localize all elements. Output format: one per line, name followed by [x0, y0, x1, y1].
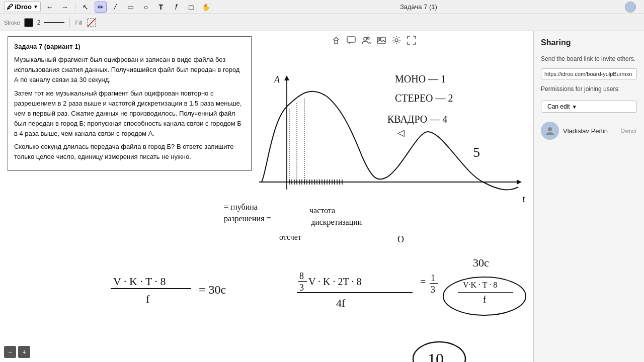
stroke-label: Stroke — [4, 20, 20, 26]
fill-label: Fill — [75, 20, 82, 26]
line-icon: ╱ — [114, 4, 117, 10]
rect-icon: ▭ — [127, 3, 134, 11]
svg-text:10: 10 — [428, 350, 444, 362]
zoom-out-button[interactable]: − — [4, 346, 16, 358]
app-logo[interactable]: 🖊 iDroo ▼ — [4, 2, 41, 12]
svg-point-72 — [548, 127, 552, 131]
svg-text:3: 3 — [299, 283, 304, 293]
svg-text:V · K · 2T · 8: V · K · 2T · 8 — [308, 276, 361, 287]
stroke-fill-toolbar: Stroke 2 Fill — [0, 14, 644, 31]
user-info: Vladislav Perlin — [563, 127, 608, 135]
zoom-in-button[interactable]: + — [18, 346, 30, 358]
formula-tool[interactable]: f — [170, 2, 182, 13]
sharing-description: Send the board link to invite others. — [541, 55, 637, 62]
task-para3: Сколько секунд длилась передача файла в … — [14, 142, 245, 162]
sharing-panel: Sharing Send the board link to invite ot… — [533, 31, 644, 362]
svg-point-5 — [367, 37, 369, 39]
user-avatar — [541, 122, 559, 140]
sharing-title: Sharing — [541, 38, 637, 47]
svg-text:КВАДРО — 4: КВАДРО — 4 — [387, 114, 447, 125]
svg-text:=: = — [420, 276, 426, 287]
stroke-color-swatch[interactable] — [24, 18, 33, 27]
svg-point-4 — [364, 37, 367, 40]
svg-rect-2 — [335, 40, 338, 43]
chat-icon[interactable] — [345, 34, 357, 46]
canvas-area[interactable]: Задача 7 (вариант 1) Музыкальный фрагмен… — [0, 31, 533, 362]
settings-icon[interactable] — [390, 34, 403, 46]
svg-text:f: f — [483, 295, 486, 305]
eraser-icon: ◻ — [188, 3, 194, 11]
svg-text:отсчет: отсчет — [279, 233, 301, 241]
separator-2 — [69, 18, 70, 27]
svg-line-1 — [88, 19, 96, 27]
svg-text:O: O — [397, 234, 404, 244]
task-title: Задача 7 (1) — [215, 3, 622, 11]
svg-text:30с: 30с — [473, 256, 489, 269]
svg-text:◁: ◁ — [397, 128, 405, 138]
svg-text:1: 1 — [431, 273, 435, 283]
svg-text:8: 8 — [299, 271, 304, 281]
bottom-toolbar: − + — [4, 346, 30, 358]
svg-rect-3 — [347, 37, 355, 42]
svg-text:дискретизации: дискретизации — [311, 218, 362, 227]
circle-icon: ○ — [144, 3, 148, 11]
pen-icon: ✏ — [98, 3, 104, 11]
svg-text:V·K · T · 8: V·K · T · 8 — [463, 281, 497, 289]
can-edit-dropdown-icon: ▼ — [572, 104, 577, 110]
top-right-icons — [330, 34, 418, 46]
user-avatar-small — [625, 2, 640, 13]
undo-icon: ← — [46, 3, 53, 11]
svg-point-65 — [443, 277, 526, 315]
svg-text:5: 5 — [473, 144, 480, 160]
svg-text:МОНО — 1: МОНО — 1 — [395, 73, 446, 84]
app-name: iDroo — [15, 3, 32, 11]
user-row: Vladislav Perlin Owner — [541, 122, 637, 140]
svg-text:t: t — [522, 193, 525, 204]
hand-icon: ✋ — [202, 3, 210, 11]
formula-icon: f — [175, 3, 177, 11]
permissions-label: Permissions for joining users: — [541, 85, 637, 93]
redo-button[interactable]: → — [59, 2, 71, 13]
task-para1: Музыкальный фрагмент был оцифрован и зап… — [14, 55, 245, 85]
task-description-box: Задача 7 (вариант 1) Музыкальный фрагмен… — [8, 36, 252, 171]
svg-text:= глубина: = глубина — [224, 203, 258, 212]
hand-tool[interactable]: ✋ — [200, 2, 212, 13]
logo-icon: 🖊 — [7, 3, 13, 11]
svg-text:разрешения =: разрешения = — [224, 214, 271, 223]
minus-icon: − — [8, 348, 12, 356]
can-edit-button[interactable]: Can edit ▼ — [541, 101, 637, 113]
svg-point-70 — [413, 342, 465, 362]
svg-point-8 — [395, 39, 398, 42]
share-link-input[interactable] — [541, 68, 637, 79]
svg-text:СТЕРЕО — 2: СТЕРЕО — 2 — [395, 93, 453, 104]
task-para2: Затем тот же музыкальный фрагмент был оц… — [14, 88, 245, 139]
plus-icon: + — [22, 348, 26, 356]
eraser-tool[interactable]: ◻ — [185, 2, 197, 13]
text-icon: T — [159, 3, 164, 11]
share-board-icon[interactable] — [330, 34, 342, 46]
undo-button[interactable]: ← — [44, 2, 56, 13]
line-tool[interactable]: ╱ — [110, 2, 122, 13]
redo-icon: → — [61, 3, 68, 11]
main-area: Задача 7 (вариант 1) Музыкальный фрагмен… — [0, 31, 644, 362]
fill-icon[interactable] — [87, 18, 97, 28]
svg-text:частота: частота — [309, 206, 335, 215]
svg-text:V · K · T · 8: V · K · T · 8 — [113, 275, 166, 288]
pen-tool[interactable]: ✏ — [95, 2, 107, 13]
svg-text:3: 3 — [431, 285, 435, 295]
svg-text:4f: 4f — [336, 297, 346, 309]
image-icon[interactable] — [375, 34, 387, 46]
rect-tool[interactable]: ▭ — [125, 2, 137, 13]
users-icon[interactable] — [360, 34, 372, 46]
circle-tool[interactable]: ○ — [140, 2, 152, 13]
select-tool[interactable]: ↖ — [79, 2, 92, 13]
text-tool[interactable]: T — [155, 2, 167, 13]
separator-1 — [75, 3, 75, 12]
fullscreen-icon[interactable] — [406, 34, 418, 46]
logo-dropdown-icon[interactable]: ▼ — [33, 4, 38, 10]
svg-text:A: A — [274, 74, 280, 84]
can-edit-label: Can edit — [547, 103, 570, 110]
svg-text:f: f — [146, 293, 150, 305]
svg-marker-12 — [517, 179, 522, 185]
user-role: Owner — [621, 128, 637, 134]
